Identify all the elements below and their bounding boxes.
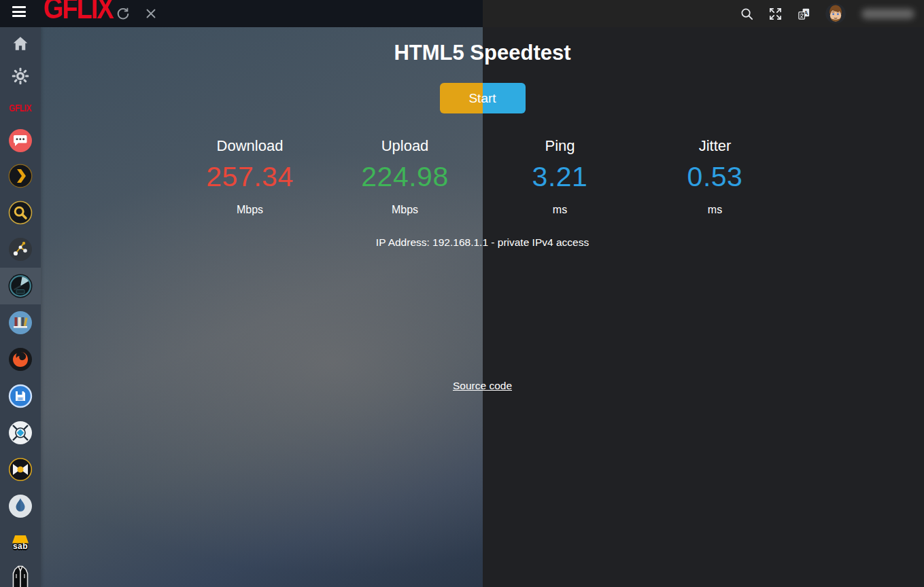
- metric-value: 224.98: [328, 161, 483, 193]
- gflix-logo: GFLIX: [10, 102, 32, 114]
- metric-value: 0.53: [638, 161, 793, 193]
- sidebar-item-chat[interactable]: [0, 124, 41, 158]
- sidebar-item-backup[interactable]: [0, 378, 41, 414]
- close-icon[interactable]: [143, 6, 158, 21]
- metric-value: 3.21: [483, 161, 638, 193]
- search-icon[interactable]: [740, 7, 754, 21]
- brand-logo[interactable]: GFLIX: [44, 0, 113, 25]
- sidebar-item-search-app[interactable]: [0, 194, 41, 231]
- sidebar-item-bookstack[interactable]: [0, 304, 41, 341]
- metric-ping: Ping 3.21 ms: [483, 137, 638, 216]
- metric-value: 257.34: [173, 161, 328, 193]
- metric-label: Download: [173, 137, 328, 155]
- app-window: GFLIX A: [0, 0, 924, 587]
- topbar-left: GFLIX: [0, 0, 483, 27]
- topbar-right: A: [483, 0, 924, 27]
- radarr-icon: [8, 457, 33, 482]
- page-title: HTML5 Speedtest: [41, 41, 924, 65]
- metric-unit: Mbps: [328, 204, 483, 216]
- chat-icon: [8, 128, 33, 153]
- sidebar-item-home[interactable]: [0, 27, 41, 60]
- metric-unit: Mbps: [173, 204, 328, 216]
- speedtest-gauge-icon: [7, 273, 33, 299]
- metric-label: Jitter: [638, 137, 793, 155]
- jacket-icon: [9, 565, 32, 587]
- home-icon: [12, 35, 29, 52]
- sidebar-item-sonarr[interactable]: [0, 414, 41, 451]
- floppy-disk-icon: [8, 384, 33, 408]
- speedtest-page: HTML5 Speedtest Start Download 257.34 Mb…: [41, 27, 924, 587]
- translate-icon[interactable]: A: [797, 7, 811, 21]
- metric-label: Upload: [328, 137, 483, 155]
- metric-unit: ms: [638, 204, 793, 216]
- sonarr-icon: [8, 421, 33, 445]
- metric-download: Download 257.34 Mbps: [173, 137, 328, 216]
- metric-unit: ms: [483, 204, 638, 216]
- source-code-link[interactable]: Source code: [453, 380, 512, 391]
- avatar[interactable]: [825, 3, 846, 24]
- sidebar-item-tautulli[interactable]: [0, 231, 41, 268]
- fullscreen-icon[interactable]: [768, 7, 783, 21]
- sidebar: GFLIX: [0, 27, 41, 587]
- metric-label: Ping: [483, 137, 638, 155]
- sidebar-item-gflix[interactable]: GFLIX: [0, 92, 41, 124]
- plex-icon: [8, 164, 33, 188]
- gear-icon: [11, 67, 30, 86]
- sidebar-item-speedtest[interactable]: [0, 268, 41, 304]
- grafana-icon: [8, 347, 33, 372]
- hamburger-menu-icon[interactable]: [12, 6, 27, 21]
- results-grid: Download 257.34 Mbps Upload 224.98 Mbps …: [173, 137, 793, 216]
- refresh-icon[interactable]: [116, 6, 131, 21]
- metric-jitter: Jitter 0.53 ms: [638, 137, 793, 216]
- bookshelf-icon: [8, 310, 33, 335]
- sidebar-item-deluge[interactable]: [0, 488, 41, 524]
- sidebar-item-jackett[interactable]: [0, 561, 41, 587]
- water-drop-icon: [8, 494, 33, 518]
- metric-upload: Upload 224.98 Mbps: [328, 137, 483, 216]
- sidebar-item-settings[interactable]: [0, 60, 41, 92]
- start-button[interactable]: Start: [440, 83, 526, 113]
- sidebar-item-radarr[interactable]: [0, 451, 41, 488]
- topbar: GFLIX A: [0, 0, 924, 27]
- ip-address-text: IP Address: 192.168.1.1 - private IPv4 a…: [41, 236, 924, 249]
- sidebar-item-plex[interactable]: [0, 158, 41, 194]
- tautulli-icon: [8, 237, 33, 262]
- sidebar-item-sabnzbd[interactable]: sab: [0, 524, 41, 561]
- sabnzbd-icon: sab: [12, 535, 29, 551]
- sidebar-item-grafana[interactable]: [0, 341, 41, 378]
- magnifier-app-icon: [8, 200, 33, 225]
- username-blurred[interactable]: [861, 9, 914, 19]
